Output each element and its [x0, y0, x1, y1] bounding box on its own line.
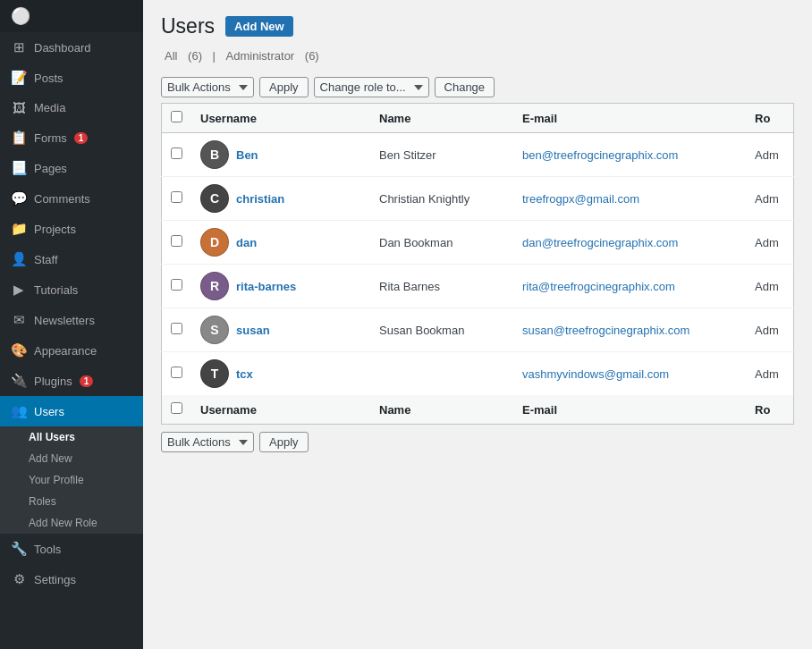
sidebar-item-users[interactable]: 👥 Users — [0, 396, 143, 426]
filter-all-link[interactable]: All (6) — [161, 49, 209, 63]
sidebar-item-projects[interactable]: 📁 Projects — [0, 214, 143, 244]
sidebar-item-newsletters[interactable]: ✉ Newsletters — [0, 305, 143, 335]
submenu-add-new[interactable]: Add New — [0, 448, 143, 469]
name-footer: Name — [370, 395, 513, 425]
role-cell-christian: Adm — [746, 177, 794, 221]
change-role-dropdown[interactable]: Change role to... Administrator Editor A… — [314, 77, 429, 97]
add-new-button[interactable]: Add New — [225, 16, 293, 37]
email-link-ben[interactable]: ben@treefrogcinegraphix.com — [522, 148, 678, 162]
sidebar-item-settings[interactable]: ⚙ Settings — [0, 564, 143, 594]
pages-icon: 📃 — [11, 160, 27, 176]
username-cell-christian: Cchristian — [191, 177, 370, 221]
sidebar-item-label: Staff — [34, 253, 58, 266]
wp-logo-icon: ⚪ — [11, 6, 30, 26]
sidebar-item-tutorials[interactable]: ▶ Tutorials — [0, 274, 143, 305]
sidebar-item-label: Dashboard — [34, 41, 91, 55]
role-cell-dan: Adm — [746, 221, 794, 265]
bulk-actions-dropdown-bottom[interactable]: Bulk Actions Delete — [161, 432, 254, 452]
tools-icon: 🔧 — [11, 541, 27, 557]
select-all-checkbox[interactable] — [171, 111, 182, 122]
row-checkbox-christian[interactable] — [171, 191, 182, 203]
submenu-add-new-role[interactable]: Add New Role — [0, 512, 143, 534]
apply-button-top[interactable]: Apply — [259, 77, 309, 97]
filter-links: All (6) | Administrator (6) — [161, 49, 794, 63]
sidebar-item-media[interactable]: 🖼 Media — [0, 93, 143, 122]
username-link-ben[interactable]: Ben — [236, 148, 258, 162]
table-row: SsusanSusan Bookmansusan@treefrogcinegra… — [162, 308, 794, 352]
username-cell-susan: Ssusan — [191, 308, 370, 352]
email-link-dan[interactable]: dan@treefrogcinegraphix.com — [522, 236, 678, 249]
name-cell-rita-barnes: Rita Barnes — [370, 265, 513, 308]
users-list: BBenBen Stitzerben@treefrogcinegraphix.c… — [162, 133, 794, 396]
email-link-rita-barnes[interactable]: rita@treefrogcinegraphix.com — [522, 280, 675, 293]
username-link-susan[interactable]: susan — [236, 324, 270, 337]
table-row: CchristianChristian Knightlytreefrogpx@g… — [162, 177, 794, 221]
sidebar-item-forms[interactable]: 📋 Forms 1 — [0, 122, 143, 153]
username-link-dan[interactable]: dan — [236, 236, 257, 249]
submenu-roles[interactable]: Roles — [0, 491, 143, 512]
name-cell-dan: Dan Bookman — [370, 221, 513, 265]
username-cell-tcx: Ttcx — [191, 352, 370, 396]
username-cell-rita-barnes: Rrita-barnes — [191, 265, 370, 308]
table-row: DdanDan Bookmandan@treefrogcinegraphix.c… — [162, 221, 794, 265]
name-cell-christian: Christian Knightly — [370, 177, 513, 221]
table-row: Rrita-barnesRita Barnesrita@treefrogcine… — [162, 265, 794, 308]
sidebar-item-tools[interactable]: 🔧 Tools — [0, 534, 143, 564]
tutorials-icon: ▶ — [11, 282, 27, 298]
media-icon: 🖼 — [11, 100, 27, 115]
submenu-your-profile[interactable]: Your Profile — [0, 469, 143, 491]
username-footer: Username — [191, 395, 370, 425]
users-icon: 👥 — [11, 403, 27, 419]
avatar-rita-barnes: R — [200, 272, 229, 300]
sidebar-item-staff[interactable]: 👤 Staff — [0, 244, 143, 274]
email-link-susan[interactable]: susan@treefrogcinegraphix.com — [522, 324, 689, 337]
row-checkbox-susan[interactable] — [171, 323, 182, 334]
sidebar-item-pages[interactable]: 📃 Pages — [0, 153, 143, 183]
sidebar-item-comments[interactable]: 💬 Comments — [0, 183, 143, 214]
role-footer: Ro — [746, 395, 794, 425]
email-cell-tcx: vashmyvindows@gmail.com — [513, 352, 746, 396]
email-cell-dan: dan@treefrogcinegraphix.com — [513, 221, 746, 265]
plugins-icon: 🔌 — [11, 373, 27, 389]
sidebar-item-plugins[interactable]: 🔌 Plugins 1 — [0, 366, 143, 396]
posts-icon: 📝 — [11, 70, 27, 86]
email-cell-susan: susan@treefrogcinegraphix.com — [513, 308, 746, 352]
apply-button-bottom[interactable]: Apply — [259, 432, 309, 452]
staff-icon: 👤 — [11, 251, 27, 267]
sidebar-item-label: Plugins — [34, 375, 72, 388]
sidebar-item-label: Posts — [34, 72, 63, 85]
email-cell-rita-barnes: rita@treefrogcinegraphix.com — [513, 265, 746, 308]
username-link-rita-barnes[interactable]: rita-barnes — [236, 280, 296, 293]
sidebar-item-label: Settings — [34, 573, 76, 586]
row-checkbox-dan[interactable] — [171, 235, 182, 247]
top-toolbar: Bulk Actions Delete Apply Change role to… — [161, 72, 794, 103]
filter-separator: | — [213, 49, 216, 63]
email-footer: E-mail — [513, 395, 746, 425]
table-row: BBenBen Stitzerben@treefrogcinegraphix.c… — [162, 133, 794, 177]
sidebar-item-dashboard[interactable]: ⊞ Dashboard — [0, 32, 143, 63]
email-link-tcx[interactable]: vashmyvindows@gmail.com — [522, 367, 669, 381]
email-header: E-mail — [513, 104, 746, 133]
row-checkbox-tcx[interactable] — [171, 367, 182, 378]
bulk-actions-dropdown[interactable]: Bulk Actions Delete — [161, 77, 254, 97]
select-all-checkbox-footer[interactable] — [171, 402, 182, 414]
username-cell-ben: BBen — [191, 133, 370, 177]
table-footer-row: Username Name E-mail Ro — [162, 395, 794, 425]
row-checkbox-rita-barnes[interactable] — [171, 279, 182, 291]
plugins-badge: 1 — [80, 375, 94, 387]
sidebar-item-label: Tutorials — [34, 283, 78, 297]
name-cell-susan: Susan Bookman — [370, 308, 513, 352]
change-button[interactable]: Change — [435, 77, 495, 97]
sidebar-item-appearance[interactable]: 🎨 Appearance — [0, 335, 143, 366]
avatar-dan: D — [200, 228, 229, 257]
submenu-all-users[interactable]: All Users — [0, 426, 143, 448]
filter-admin-link[interactable]: Administrator (6) — [223, 49, 323, 63]
appearance-icon: 🎨 — [11, 342, 27, 358]
sidebar-item-posts[interactable]: 📝 Posts — [0, 63, 143, 93]
row-checkbox-ben[interactable] — [171, 148, 182, 159]
username-link-christian[interactable]: christian — [236, 192, 284, 206]
role-cell-susan: Adm — [746, 308, 794, 352]
sidebar-item-label: Forms — [34, 131, 67, 145]
username-link-tcx[interactable]: tcx — [236, 367, 253, 381]
email-link-christian[interactable]: treefrogpx@gmail.com — [522, 192, 639, 206]
